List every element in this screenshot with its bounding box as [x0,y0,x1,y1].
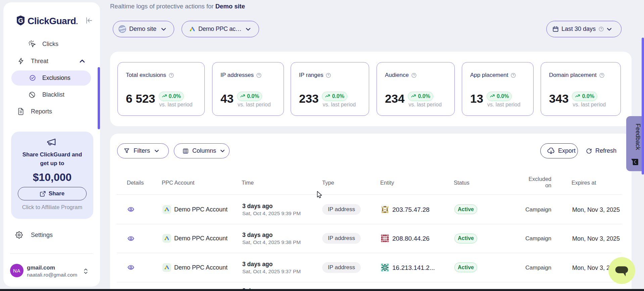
svg-text:G: G [18,17,23,24]
